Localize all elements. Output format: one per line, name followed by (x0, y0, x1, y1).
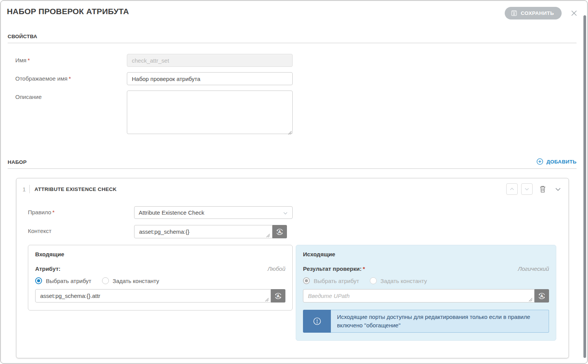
save-button-label: СОХРАНИТЬ (521, 10, 554, 16)
context-label: Контекст (28, 225, 134, 238)
attribute-cycle-icon: A (275, 227, 284, 236)
radio-select-attribute-label: Выбрать атрибут (314, 278, 359, 284)
display-name-input[interactable] (127, 72, 293, 85)
add-check-button[interactable]: ДОБАВИТЬ (536, 158, 577, 165)
svg-text:A: A (540, 294, 543, 298)
chevron-down-icon (554, 186, 562, 193)
move-down-button[interactable] (521, 183, 533, 195)
set-section-header: НАБОР ДОБАВИТЬ (8, 158, 577, 169)
info-alert-text: Исходящие порты доступны для редактирова… (337, 313, 543, 330)
display-name-field-row: Отображаемое имя* (15, 72, 587, 85)
delete-check-button[interactable] (538, 184, 547, 194)
attribute-cycle-icon: A (274, 291, 283, 301)
radio-set-constant-label: Задать константу (381, 278, 427, 284)
check-item-card: 1 ATTRIBUTE EXISTENCE CHECK (16, 178, 569, 358)
attribute-picker-button[interactable]: A (271, 289, 285, 303)
description-label: Описание (15, 91, 127, 136)
radio-set-constant-label: Задать константу (113, 278, 159, 284)
add-check-label: ДОБАВИТЬ (546, 159, 577, 165)
attribute-check-set-dialog: НАБОР ПРОВЕРОК АТРИБУТА СОХРАНИТЬ (0, 0, 588, 364)
inputs-panel: Входящие Атрибут: Любой Выбрать атрибут … (28, 245, 293, 311)
name-input[interactable] (127, 54, 293, 67)
exclamation-circle-icon (312, 316, 322, 326)
outputs-result-row: Результат проверки:* Логический (303, 265, 549, 272)
outputs-radio-group: Выбрать атрибут Задать константу (303, 277, 549, 284)
chevron-down-icon (524, 186, 530, 192)
properties-section-header: СВОЙСТВА (8, 34, 577, 43)
header-actions: СОХРАНИТЬ (505, 7, 579, 19)
outputs-panel-title: Исходящие (303, 251, 549, 257)
check-item-title: ATTRIBUTE EXISTENCE CHECK (34, 186, 117, 192)
save-floppy-icon (511, 10, 517, 16)
set-section-title: НАБОР (8, 159, 27, 165)
rule-select[interactable]: Attribute Existence Check (134, 206, 293, 219)
attribute-cycle-icon: A (537, 291, 546, 301)
radio-dot-icon (102, 277, 109, 284)
inputs-radio-group: Выбрать атрибут Задать константу (35, 277, 285, 284)
outputs-result-label: Результат проверки:* (303, 265, 365, 272)
check-item-controls (506, 183, 562, 195)
inputs-upath-input[interactable] (35, 289, 271, 303)
dialog-header: НАБОР ПРОВЕРОК АТРИБУТА СОХРАНИТЬ (1, 1, 587, 19)
save-button[interactable]: СОХРАНИТЬ (505, 7, 562, 19)
inputs-attribute-row: Атрибут: Любой (35, 265, 285, 272)
outputs-upath-group: A (303, 289, 549, 303)
divider (29, 185, 30, 193)
inputs-panel-title: Входящие (35, 251, 285, 257)
required-asterisk: * (52, 209, 55, 215)
radio-dot-icon (35, 277, 42, 284)
rule-select-value: Attribute Existence Check (139, 209, 204, 216)
chevron-down-icon (282, 210, 288, 216)
check-item-body: Правило* Attribute Existence Check Конте… (16, 198, 569, 341)
description-textarea[interactable] (127, 91, 293, 134)
outputs-type-hint: Логический (518, 265, 549, 272)
radio-select-attribute-label: Выбрать атрибут (46, 278, 91, 284)
outputs-info-alert: Исходящие порты доступны для редактирова… (303, 310, 549, 333)
context-field-row: Контекст A (28, 225, 556, 238)
check-item-index: 1 (22, 186, 29, 193)
trash-icon (539, 185, 546, 193)
svg-text:A: A (277, 294, 280, 298)
close-icon[interactable] (569, 8, 579, 18)
inputs-type-hint: Любой (267, 265, 285, 272)
radio-dot-icon (303, 277, 310, 284)
chevron-up-icon (509, 186, 515, 192)
plus-circle-icon (536, 158, 543, 165)
check-item-header: 1 ATTRIBUTE EXISTENCE CHECK (16, 178, 569, 198)
outputs-upath-input[interactable] (303, 289, 535, 303)
move-up-button[interactable] (506, 183, 518, 195)
name-field-row: Имя* (15, 54, 587, 67)
description-field-row: Описание (15, 91, 587, 136)
radio-select-attribute[interactable]: Выбрать атрибут (35, 277, 91, 284)
attribute-picker-button[interactable]: A (535, 289, 549, 303)
info-icon-block (303, 310, 331, 333)
display-name-label: Отображаемое имя* (15, 72, 127, 85)
radio-select-attribute-disabled: Выбрать атрибут (303, 277, 359, 284)
rule-field-row: Правило* Attribute Existence Check (28, 206, 556, 219)
name-label: Имя* (15, 54, 127, 67)
inputs-upath-group: A (35, 289, 285, 303)
collapse-check-button[interactable] (554, 185, 562, 194)
svg-text:A: A (278, 230, 281, 234)
radio-dot-icon (370, 277, 377, 284)
inputs-attribute-label: Атрибут: (35, 265, 60, 272)
attribute-picker-button[interactable]: A (272, 225, 287, 238)
required-asterisk: * (69, 75, 71, 82)
context-input-group: A (134, 225, 287, 238)
radio-set-constant-disabled: Задать константу (370, 277, 427, 284)
page-title: НАБОР ПРОВЕРОК АТРИБУТА (7, 7, 129, 16)
outputs-panel: Исходящие Результат проверки:* Логически… (296, 245, 556, 341)
properties-section-title: СВОЙСТВА (8, 34, 37, 39)
ports-panels: Входящие Атрибут: Любой Выбрать атрибут … (28, 245, 556, 341)
info-alert-body: Исходящие порты доступны для редактирова… (331, 310, 549, 333)
required-asterisk: * (363, 265, 365, 272)
context-input[interactable] (134, 225, 272, 238)
radio-set-constant[interactable]: Задать константу (102, 277, 159, 284)
rule-label: Правило* (28, 206, 134, 219)
vertical-scrollbar[interactable] (583, 15, 586, 358)
required-asterisk: * (28, 57, 30, 63)
